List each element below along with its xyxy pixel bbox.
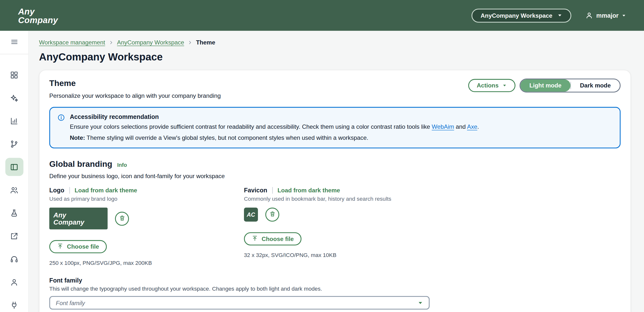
logo-choose-file-button[interactable]: Choose file xyxy=(49,240,107,253)
logo-preview-line2: Company xyxy=(54,219,108,225)
axe-link[interactable]: Axe xyxy=(467,123,477,130)
chevron-down-icon xyxy=(502,84,506,87)
sidebar-item-analytics[interactable] xyxy=(0,109,28,132)
sidebar-item-support[interactable] xyxy=(0,247,28,270)
favicon-column: Favicon Load from dark theme Commonly us… xyxy=(244,187,621,266)
theme-card-controls: Actions Light mode Dark mode xyxy=(468,79,620,93)
delete-favicon-button[interactable] xyxy=(265,208,279,222)
sidebar-item-external-app[interactable] xyxy=(0,224,28,248)
bar-chart-icon xyxy=(5,112,23,130)
sidebar xyxy=(0,31,29,312)
favicon-choose-file-button[interactable]: Choose file xyxy=(244,232,302,246)
delete-logo-button[interactable] xyxy=(115,211,129,225)
sidebar-item-profile[interactable] xyxy=(0,270,28,293)
breadcrumb: Workspace management AnyCompany Workspac… xyxy=(39,39,631,46)
user-menu[interactable]: mmajor xyxy=(585,12,626,20)
font-family-select-placeholder: Font family xyxy=(56,299,85,306)
sidebar-item-flows[interactable] xyxy=(0,132,28,156)
topbar-right: AnyCompany Workspace mmajor xyxy=(472,8,626,22)
alert-title: Accessibility recommendation xyxy=(70,113,479,120)
mode-toggle: Light mode Dark mode xyxy=(520,79,621,93)
app-root: Any Company AnyCompany Workspace mmajor xyxy=(0,0,644,312)
workspace-selector-label: AnyCompany Workspace xyxy=(480,12,552,19)
upload-icon xyxy=(57,243,63,250)
logo-choose-file-label: Choose file xyxy=(67,243,99,250)
sidebar-item-workspace-layout[interactable] xyxy=(0,156,28,179)
logo-field-description: Used as primary brand logo xyxy=(49,196,244,202)
breadcrumb-link-workspace-management[interactable]: Workspace management xyxy=(39,39,105,46)
global-branding-title: Global branding xyxy=(49,159,112,169)
info-icon xyxy=(58,114,65,142)
headphones-icon xyxy=(5,250,23,268)
alert-body: Accessibility recommendation Ensure your… xyxy=(70,113,479,142)
chevron-down-icon xyxy=(622,14,626,17)
theme-section-title: Theme xyxy=(49,79,221,88)
font-family-select[interactable]: Font family xyxy=(49,296,430,309)
page-title: AnyCompany Workspace xyxy=(39,51,631,63)
global-branding-header: Global branding Info xyxy=(49,159,621,169)
theme-card: Theme Personalize your workspace to alig… xyxy=(39,70,631,312)
favicon-field-description: Commonly used in bookmark bar, history a… xyxy=(244,196,621,202)
trash-icon xyxy=(269,211,275,218)
users-icon xyxy=(5,181,23,199)
sidebar-item-experiments[interactable] xyxy=(0,201,28,224)
light-mode-button[interactable]: Light mode xyxy=(520,79,570,92)
sidebar-item-integrations[interactable] xyxy=(0,293,28,312)
actions-button-label: Actions xyxy=(476,82,498,89)
logo-field-label: Logo xyxy=(49,187,64,194)
branding-grid: Logo Load from dark theme Used as primar… xyxy=(49,187,621,266)
accessibility-alert: Accessibility recommendation Ensure your… xyxy=(49,107,621,148)
favicon-choose-file-label: Choose file xyxy=(262,236,294,242)
external-link-icon xyxy=(5,227,23,245)
favicon-load-from-dark-theme-link[interactable]: Load from dark theme xyxy=(278,187,340,194)
logo-preview-row: Any Company xyxy=(49,208,244,229)
plug-icon xyxy=(5,296,23,312)
favicon-preview: AC xyxy=(244,208,258,222)
favicon-label-row: Favicon Load from dark theme xyxy=(244,187,621,194)
main-content: Workspace management AnyCompany Workspac… xyxy=(29,31,644,312)
user-name: mmajor xyxy=(596,12,619,19)
upload-icon xyxy=(252,235,258,242)
logo-label-row: Logo Load from dark theme xyxy=(49,187,244,194)
font-family-label: Font family xyxy=(49,277,621,283)
sidebar-nav xyxy=(0,54,28,312)
logo-load-from-dark-theme-link[interactable]: Load from dark theme xyxy=(74,187,137,194)
favicon-field-label: Favicon xyxy=(244,187,267,194)
favicon-preview-row: AC xyxy=(244,208,621,222)
vertical-divider xyxy=(69,187,70,194)
person-icon xyxy=(5,273,23,291)
ai-sparkle-icon xyxy=(5,89,23,107)
flask-icon xyxy=(5,204,23,222)
logo-preview-line1: Any xyxy=(54,211,108,218)
webaim-link[interactable]: WebAim xyxy=(432,123,454,130)
chevron-right-icon xyxy=(188,40,192,45)
sidebar-item-users[interactable] xyxy=(0,178,28,201)
logo-constraint-text: 250 x 100px, PNG/SVG/JPG, max 200KB xyxy=(49,260,244,266)
breadcrumb-current-theme: Theme xyxy=(196,39,215,46)
dashboard-icon xyxy=(5,66,23,84)
sidebar-toggle-button[interactable] xyxy=(0,31,29,54)
company-logo[interactable]: Any Company xyxy=(18,7,58,24)
global-branding-info-link[interactable]: Info xyxy=(117,162,127,168)
trash-icon xyxy=(119,215,125,222)
actions-button[interactable]: Actions xyxy=(468,79,516,92)
company-logo-line2: Company xyxy=(18,16,58,24)
alert-note-text: Theme styling will override a View's glo… xyxy=(85,134,368,141)
sidebar-item-dashboard[interactable] xyxy=(0,63,28,87)
workspace-selector-button[interactable]: AnyCompany Workspace xyxy=(472,8,571,22)
global-branding-subtitle: Define your business logo, icon and font… xyxy=(49,173,621,179)
user-icon xyxy=(585,12,593,20)
alert-text-segment: and xyxy=(454,123,467,130)
breadcrumb-link-anycompany-workspace[interactable]: AnyCompany Workspace xyxy=(117,39,184,46)
sidebar-item-ai-assistant[interactable] xyxy=(0,86,28,109)
topbar: Any Company AnyCompany Workspace mmajor xyxy=(0,0,644,31)
alert-text-segment: . xyxy=(477,123,479,130)
theme-section-subtitle: Personalize your workspace to align with… xyxy=(49,93,221,99)
alert-note: Note: Theme styling will override a View… xyxy=(70,134,479,142)
hamburger-menu-icon xyxy=(10,38,18,47)
alert-text: Ensure your colors selections provide su… xyxy=(70,123,479,131)
favicon-constraint-text: 32 x 32px, SVG/ICO/PNG, max 10KB xyxy=(244,252,621,258)
alert-text-segment: Ensure your colors selections provide su… xyxy=(70,123,432,130)
theme-card-header: Theme Personalize your workspace to alig… xyxy=(49,79,621,99)
dark-mode-button[interactable]: Dark mode xyxy=(571,79,620,92)
